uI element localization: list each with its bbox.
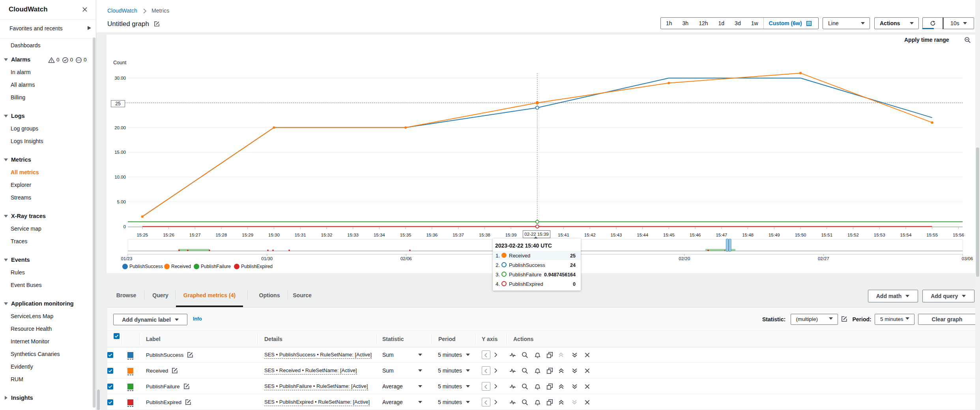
- sidebar-item-log-groups[interactable]: Log groups: [0, 125, 92, 132]
- row-checkbox[interactable]: [107, 368, 113, 374]
- range-12h[interactable]: 12h: [694, 20, 713, 26]
- content-scrollbar[interactable]: [97, 390, 100, 410]
- move-down-icon[interactable]: [571, 367, 578, 374]
- edit-icon[interactable]: [172, 367, 178, 374]
- apply-time-range-button[interactable]: Apply time range: [904, 37, 949, 43]
- y-axis-right-toggle[interactable]: [492, 367, 499, 374]
- series-color-swatch[interactable]: [127, 399, 133, 405]
- legend-item-PublishExpired[interactable]: PublishExpired: [234, 264, 273, 269]
- tab-graphed-metrics-4-[interactable]: Graphed metrics (4): [183, 292, 236, 299]
- y-axis-left-toggle[interactable]: [482, 398, 490, 406]
- sidebar-item-streams[interactable]: Streams: [0, 194, 92, 201]
- remove-icon[interactable]: [584, 367, 591, 374]
- search-icon[interactable]: [522, 383, 528, 390]
- sidebar-close-button[interactable]: [82, 6, 89, 13]
- move-up-icon[interactable]: [558, 367, 565, 374]
- row-checkbox[interactable]: [107, 384, 113, 390]
- sidebar-item-favorites[interactable]: Favorites and recents: [9, 25, 63, 32]
- sidebar-item-x-ray-traces[interactable]: X-Ray traces: [0, 212, 92, 220]
- sidebar-item-internet-monitor[interactable]: Internet Monitor: [0, 337, 92, 345]
- sidebar-item-traces[interactable]: Traces: [0, 237, 92, 245]
- series-color-swatch[interactable]: [127, 352, 133, 358]
- y-axis-left-toggle[interactable]: [482, 382, 490, 391]
- page-scrollbar[interactable]: [976, 147, 980, 277]
- series-color-swatch[interactable]: [127, 368, 133, 374]
- duplicate-icon[interactable]: [546, 399, 553, 406]
- statistic-value[interactable]: Average: [382, 399, 403, 405]
- sidebar-item-dashboards[interactable]: Dashboards: [0, 41, 92, 49]
- add-dynamic-label-button[interactable]: Add dynamic label: [113, 314, 187, 325]
- sidebar-item-all-alarms[interactable]: All alarms: [0, 81, 92, 89]
- add-query-button[interactable]: Add query: [922, 290, 974, 302]
- calendar-icon[interactable]: [806, 20, 812, 26]
- range-1d[interactable]: 1d: [713, 20, 730, 26]
- sidebar-item-synthetics-canaries[interactable]: Synthetics Canaries: [0, 350, 92, 358]
- legend-item-PublishSuccess[interactable]: PublishSuccess: [122, 264, 163, 269]
- search-icon[interactable]: [522, 352, 528, 358]
- sidebar-item-application-monitoring[interactable]: Application monitoring: [0, 300, 92, 308]
- statistic-value[interactable]: Sum: [382, 367, 394, 374]
- create-alarm-icon[interactable]: [534, 399, 541, 406]
- metric-details-link[interactable]: SES • PublishExpired • RuleSetName: [Act…: [264, 399, 370, 405]
- series-color-swatch[interactable]: [127, 384, 133, 390]
- move-down-icon[interactable]: [571, 352, 578, 358]
- sidebar-item-event-buses[interactable]: Event Buses: [0, 281, 92, 289]
- sidebar-item-in-alarm[interactable]: In alarm: [0, 68, 92, 76]
- legend-item-Received[interactable]: Received: [164, 264, 191, 269]
- sidebar-item-servicelens-map[interactable]: ServiceLens Map: [0, 312, 92, 320]
- move-up-icon[interactable]: [558, 399, 565, 406]
- range-1w[interactable]: 1w: [746, 20, 763, 26]
- edit-icon[interactable]: [187, 352, 193, 358]
- y-axis-left-toggle[interactable]: [482, 366, 490, 375]
- period-value[interactable]: 5 minutes: [438, 367, 462, 374]
- sidebar-item-logs-insights[interactable]: Logs Insights: [0, 137, 92, 145]
- info-link[interactable]: Info: [193, 316, 202, 322]
- sidebar-item-resource-health[interactable]: Resource Health: [0, 325, 92, 333]
- zoom-out-icon[interactable]: [964, 37, 971, 45]
- clear-graph-button[interactable]: Clear graph: [918, 314, 976, 325]
- y-axis-right-toggle[interactable]: [492, 383, 499, 390]
- duplicate-icon[interactable]: [546, 383, 553, 390]
- sidebar-item-logs[interactable]: Logs: [0, 112, 92, 120]
- move-down-icon[interactable]: [571, 399, 578, 406]
- dynamic-label-icon[interactable]: [509, 399, 516, 406]
- tab-source[interactable]: Source: [293, 292, 311, 299]
- sidebar-item-insights[interactable]: Insights: [0, 394, 92, 402]
- move-up-icon[interactable]: [558, 383, 565, 390]
- metric-details-link[interactable]: SES • PublishSuccess • RuleSetName: [Act…: [264, 352, 372, 358]
- metric-details-link[interactable]: SES • Received • RuleSetName: [Active]: [264, 367, 357, 373]
- y-axis-right-toggle[interactable]: [492, 399, 499, 405]
- legend-item-PublishFailure[interactable]: PublishFailure: [194, 264, 231, 269]
- sidebar-item-billing[interactable]: Billing: [0, 93, 92, 101]
- create-alarm-icon[interactable]: [534, 352, 541, 358]
- range-3d[interactable]: 3d: [729, 20, 746, 26]
- search-icon[interactable]: [522, 399, 528, 406]
- remove-icon[interactable]: [584, 399, 591, 406]
- row-checkbox[interactable]: [107, 352, 113, 358]
- dynamic-label-icon[interactable]: [509, 383, 516, 390]
- chart-type-select[interactable]: Line: [823, 17, 870, 29]
- period-value[interactable]: 5 minutes: [438, 399, 462, 405]
- sidebar-item-metrics[interactable]: Metrics: [0, 156, 92, 164]
- add-math-button[interactable]: Add math: [868, 290, 918, 302]
- sidebar-scrollbar[interactable]: [93, 37, 95, 408]
- refresh-button[interactable]: [923, 18, 943, 29]
- duplicate-icon[interactable]: [546, 367, 553, 374]
- move-down-icon[interactable]: [571, 383, 578, 390]
- refresh-interval-select[interactable]: 10s: [944, 20, 974, 26]
- sidebar-item-service-map[interactable]: Service map: [0, 225, 92, 233]
- sidebar-item-explorer[interactable]: Explorer: [0, 181, 92, 189]
- duplicate-icon[interactable]: [546, 352, 553, 358]
- period-select[interactable]: 5 minutes: [875, 314, 915, 325]
- range-1h[interactable]: 1h: [661, 20, 677, 26]
- tab-options[interactable]: Options: [259, 292, 280, 299]
- dynamic-label-icon[interactable]: [509, 352, 516, 358]
- sidebar-item-rules[interactable]: Rules: [0, 268, 92, 276]
- period-value[interactable]: 5 minutes: [438, 383, 462, 390]
- create-alarm-icon[interactable]: [534, 367, 541, 374]
- statistic-value[interactable]: Average: [382, 383, 403, 390]
- remove-icon[interactable]: [584, 383, 591, 390]
- create-alarm-icon[interactable]: [534, 383, 541, 390]
- breadcrumb-cloudwatch[interactable]: CloudWatch: [107, 7, 137, 14]
- statistic-value[interactable]: Sum: [382, 352, 394, 358]
